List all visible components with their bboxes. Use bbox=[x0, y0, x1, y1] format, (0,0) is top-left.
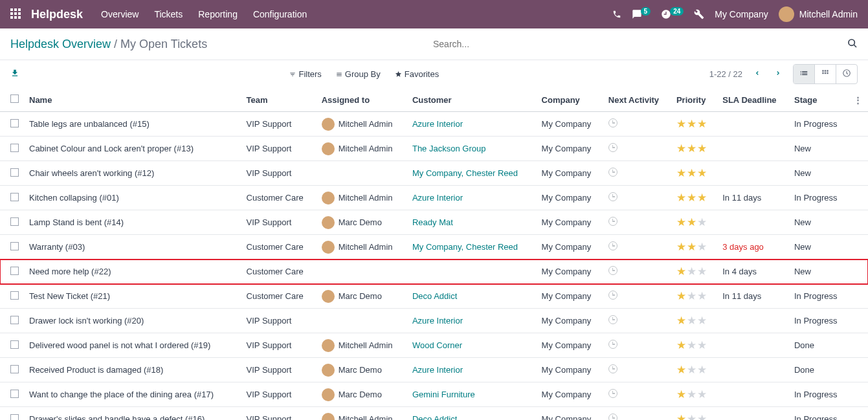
row-checkbox[interactable] bbox=[10, 365, 19, 373]
nav-tickets[interactable]: Tickets bbox=[154, 9, 183, 19]
star-icon[interactable]: ★ bbox=[676, 364, 687, 376]
star-icon[interactable]: ★ bbox=[687, 265, 697, 278]
star-icon[interactable]: ★ bbox=[687, 315, 697, 327]
customer-link[interactable]: The Jackson Group bbox=[412, 144, 485, 153]
view-activity-icon[interactable] bbox=[836, 65, 857, 83]
row-checkbox[interactable] bbox=[10, 217, 19, 226]
col-name[interactable]: Name bbox=[24, 88, 241, 112]
col-team[interactable]: Team bbox=[241, 88, 317, 112]
column-options-icon[interactable]: ⋮ bbox=[854, 95, 862, 105]
star-icon[interactable]: ★ bbox=[697, 216, 707, 228]
star-icon[interactable]: ★ bbox=[676, 192, 687, 204]
customer-link[interactable]: My Company, Chester Reed bbox=[412, 242, 518, 252]
star-icon[interactable]: ★ bbox=[676, 315, 687, 327]
star-icon[interactable]: ★ bbox=[676, 118, 687, 130]
star-icon[interactable]: ★ bbox=[697, 339, 707, 351]
row-checkbox[interactable] bbox=[10, 193, 19, 201]
col-priority[interactable]: Priority bbox=[671, 88, 717, 112]
table-row[interactable]: Chair wheels aren't working (#12)VIP Sup… bbox=[0, 161, 868, 186]
star-icon[interactable]: ★ bbox=[676, 241, 687, 253]
clock-icon[interactable] bbox=[608, 389, 618, 398]
col-company[interactable]: Company bbox=[537, 88, 603, 112]
clock-icon[interactable] bbox=[608, 340, 618, 349]
chat-icon[interactable]: 5 bbox=[632, 9, 651, 19]
star-icon[interactable]: ★ bbox=[687, 339, 697, 351]
clock-icon[interactable] bbox=[608, 217, 618, 226]
row-checkbox[interactable] bbox=[10, 316, 19, 324]
star-icon[interactable]: ★ bbox=[687, 192, 697, 204]
col-stage[interactable]: Stage bbox=[789, 88, 849, 112]
star-icon[interactable]: ★ bbox=[697, 388, 707, 401]
row-checkbox[interactable] bbox=[10, 291, 19, 300]
customer-link[interactable]: My Company, Chester Reed bbox=[412, 168, 518, 178]
table-row[interactable]: Drawer lock isn't working (#20)VIP Suppo… bbox=[0, 309, 868, 333]
view-list-icon[interactable] bbox=[794, 65, 815, 83]
star-icon[interactable]: ★ bbox=[676, 265, 687, 278]
company-name[interactable]: My Company bbox=[715, 9, 768, 19]
nav-overview[interactable]: Overview bbox=[101, 9, 139, 19]
filters-button[interactable]: Filters bbox=[289, 69, 321, 79]
search-icon[interactable] bbox=[847, 38, 858, 50]
download-icon[interactable] bbox=[10, 69, 19, 80]
customer-link[interactable]: Azure Interior bbox=[412, 119, 463, 129]
tools-icon[interactable] bbox=[694, 9, 704, 19]
table-row[interactable]: Want to change the place of the dining a… bbox=[0, 382, 868, 407]
row-checkbox[interactable] bbox=[10, 119, 19, 127]
view-kanban-icon[interactable] bbox=[815, 65, 836, 83]
clock-icon[interactable] bbox=[608, 168, 618, 177]
star-icon[interactable]: ★ bbox=[687, 413, 697, 420]
star-icon[interactable]: ★ bbox=[697, 241, 707, 253]
star-icon[interactable]: ★ bbox=[676, 413, 687, 420]
star-icon[interactable]: ★ bbox=[697, 364, 707, 376]
clock-icon[interactable] bbox=[608, 192, 618, 201]
favorites-button[interactable]: Favorites bbox=[395, 69, 439, 79]
col-activity[interactable]: Next Activity bbox=[603, 88, 671, 112]
star-icon[interactable]: ★ bbox=[697, 142, 707, 155]
star-icon[interactable]: ★ bbox=[676, 142, 687, 155]
clock-icon[interactable] bbox=[608, 291, 618, 300]
star-icon[interactable]: ★ bbox=[697, 290, 707, 302]
pager-next[interactable] bbox=[772, 69, 784, 79]
customer-link[interactable]: Deco Addict bbox=[412, 291, 457, 301]
clock-icon[interactable] bbox=[608, 118, 618, 127]
star-icon[interactable]: ★ bbox=[687, 167, 697, 179]
customer-link[interactable]: Wood Corner bbox=[412, 340, 462, 350]
star-icon[interactable]: ★ bbox=[676, 167, 687, 179]
customer-link[interactable]: Ready Mat bbox=[412, 217, 453, 227]
search-input[interactable] bbox=[430, 35, 840, 53]
table-row[interactable]: Kitchen collapsing (#01)Customer CareMit… bbox=[0, 186, 868, 210]
table-row[interactable]: Need more help (#22)Customer CareMy Comp… bbox=[0, 260, 868, 284]
col-customer[interactable]: Customer bbox=[407, 88, 537, 112]
nav-configuration[interactable]: Configuration bbox=[253, 9, 307, 19]
clock-icon[interactable] bbox=[608, 143, 618, 152]
nav-reporting[interactable]: Reporting bbox=[198, 9, 238, 19]
pager-prev[interactable] bbox=[751, 69, 763, 79]
clock-icon[interactable] bbox=[608, 266, 618, 275]
clock-icon[interactable] bbox=[608, 364, 618, 373]
star-icon[interactable]: ★ bbox=[676, 339, 687, 351]
star-icon[interactable]: ★ bbox=[697, 413, 707, 420]
table-row[interactable]: Cabinet Colour and Lock aren't proper (#… bbox=[0, 137, 868, 161]
col-sla[interactable]: SLA Deadline bbox=[717, 88, 789, 112]
apps-icon[interactable] bbox=[10, 8, 22, 20]
star-icon[interactable]: ★ bbox=[687, 241, 697, 253]
col-assigned[interactable]: Assigned to bbox=[317, 88, 407, 112]
clock-icon[interactable] bbox=[608, 241, 618, 250]
row-checkbox[interactable] bbox=[10, 390, 19, 398]
table-row[interactable]: Received Product is damaged (#18)VIP Sup… bbox=[0, 358, 868, 382]
star-icon[interactable]: ★ bbox=[697, 265, 707, 278]
row-checkbox[interactable] bbox=[10, 414, 19, 421]
star-icon[interactable]: ★ bbox=[697, 167, 707, 179]
star-icon[interactable]: ★ bbox=[687, 364, 697, 376]
groupby-button[interactable]: Group By bbox=[336, 69, 381, 79]
user-menu[interactable]: Mitchell Admin bbox=[779, 6, 858, 22]
star-icon[interactable]: ★ bbox=[687, 290, 697, 302]
table-row[interactable]: Warranty (#03)Customer CareMitchell Admi… bbox=[0, 235, 868, 260]
clock-nav-icon[interactable]: 24 bbox=[661, 9, 684, 19]
star-icon[interactable]: ★ bbox=[687, 118, 697, 130]
star-icon[interactable]: ★ bbox=[676, 290, 687, 302]
star-icon[interactable]: ★ bbox=[697, 192, 707, 204]
customer-link[interactable]: Azure Interior bbox=[412, 193, 463, 203]
table-row[interactable]: Lamp Stand is bent (#14)VIP SupportMarc … bbox=[0, 210, 868, 235]
clock-icon[interactable] bbox=[608, 315, 618, 324]
